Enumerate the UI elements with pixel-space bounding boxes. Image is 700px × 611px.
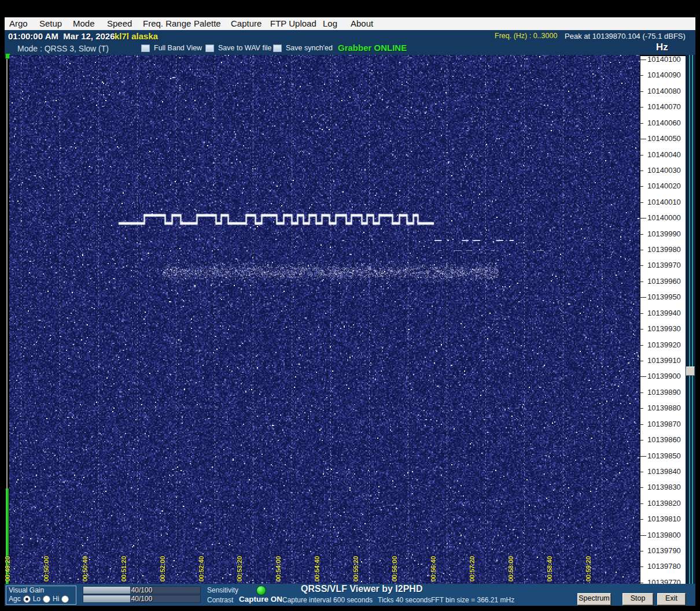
date: Mar 12, 2026: [63, 31, 115, 41]
freq-tick: [640, 218, 646, 219]
freq-scale-label: 10139830: [647, 483, 681, 492]
station-callsign: kl7l alaska: [115, 31, 158, 41]
freq-scale-label: 10139960: [647, 277, 681, 286]
time-axis-label: 00:57:20: [469, 556, 476, 582]
menu-item-about[interactable]: About: [351, 18, 373, 28]
time-axis-label: 00:54:40: [314, 556, 320, 582]
contrast-slider[interactable]: 40/100: [83, 595, 201, 603]
time-axis-label: 00:59:20: [585, 556, 592, 582]
freq-tick: [640, 345, 643, 346]
radio-label-lo: Lo: [33, 595, 40, 603]
menu-item-speed[interactable]: Speed: [107, 18, 132, 28]
menu-item-palette[interactable]: Palette: [194, 18, 221, 28]
freq-tick: [640, 408, 643, 409]
freq-scale-label: 10139810: [647, 514, 681, 524]
freq-tick: [640, 566, 643, 567]
sensitivity-label: Sensitivity: [207, 586, 238, 594]
checkbox-label: Save to WAV file: [218, 44, 271, 52]
freq-tick: [640, 392, 643, 393]
time-axis-label: 00:56:40: [430, 556, 437, 582]
freq-scale-label: 10139850: [647, 451, 681, 461]
freq-scale-label: 10140070: [647, 102, 681, 112]
capture-status: Capture ON: [239, 595, 282, 603]
freq-scale-label: 10139980: [647, 245, 681, 254]
capture-interval-label: Capture interval 600 seconds: [282, 596, 373, 604]
radio-label-agc: Agc: [9, 595, 21, 603]
freq-scale-label: 10139780: [647, 562, 681, 571]
freq-scale-label: 10139880: [647, 403, 681, 413]
freq-tick: [640, 282, 643, 282]
freq-scale-label: 10139800: [647, 531, 681, 540]
freq-scale-label: 10140020: [647, 182, 681, 191]
time-axis-label: 00:52:00: [159, 556, 166, 582]
mode-readout: Mode : QRSS 3, Slow (T): [17, 44, 109, 53]
freq-scale-label: 10139910: [647, 356, 681, 365]
fft-bin-label: FFT bin size = 366.21 mHz: [431, 596, 514, 604]
freq-range-readout: Freq. (Hz) : 0..3000: [495, 32, 557, 40]
freq-tick: [640, 583, 643, 583]
time-axis-label: 00:53:20: [236, 556, 243, 582]
freq-scale-label: 10139950: [647, 292, 681, 302]
menu-item-freq-range[interactable]: Freq. Range: [143, 18, 191, 28]
lo-radio[interactable]: [43, 595, 50, 603]
menu-item-log[interactable]: Log: [323, 18, 337, 28]
freq-tick: [640, 519, 643, 520]
time-axis-label: 00:58:00: [507, 556, 514, 582]
spectrogram-canvas: [9, 55, 640, 584]
header-bar: 01:00:00 AM Mar 12, 2026 kl7l alaska Fre…: [5, 30, 695, 55]
freq-scale-label: 10140030: [647, 166, 681, 175]
hi-radio[interactable]: [61, 595, 69, 603]
stop-button[interactable]: Stop: [622, 593, 653, 605]
time-axis-label: 00:54:00: [275, 556, 282, 582]
capture-led-icon: [256, 586, 266, 595]
radio-label-hi: Hi: [53, 595, 59, 603]
freq-tick: [640, 424, 643, 425]
menu-item-ftp-upload[interactable]: FTP Upload: [270, 18, 316, 28]
freq-scale-label: 10140060: [647, 119, 681, 128]
freq-slider-thumb[interactable]: [686, 366, 695, 376]
time-axis-label: 00:55:20: [352, 556, 359, 582]
time-axis-label: 00:52:40: [198, 556, 205, 582]
time-axis-label: 00:49:20: [4, 556, 11, 582]
frequency-scale: 1014010010140090101400801014007010140060…: [640, 56, 686, 584]
freq-tick: [640, 75, 643, 76]
app-title: QRSS/VLF Viewer by I2PHD: [301, 584, 422, 594]
freq-tick: [640, 186, 643, 187]
freq-tick: [640, 551, 643, 551]
menu-item-capture[interactable]: Capture: [231, 18, 261, 28]
visual-gain-label: Visual Gain: [9, 586, 44, 594]
freq-scale-label: 10140090: [647, 71, 681, 80]
grabber-status: Grabber ONLINE: [338, 43, 407, 53]
freq-tick: [640, 297, 646, 298]
freq-tick: [640, 107, 643, 108]
menu-item-mode[interactable]: Mode: [73, 18, 95, 28]
freq-tick: [640, 313, 643, 314]
freq-scale-label: 10140040: [647, 150, 681, 160]
sensitivity-slider[interactable]: 40/100: [83, 586, 201, 594]
freq-scale-label: 10139990: [647, 229, 681, 239]
spectrogram-waterfall: 00:49:2000:50:0000:50:4000:51:2000:52:00…: [9, 55, 640, 584]
freq-scale-label: 10139970: [647, 261, 681, 270]
hz-axis-label: Hz: [656, 42, 668, 53]
frequency-slider-rail: [686, 55, 695, 584]
menu-item-setup[interactable]: Setup: [39, 18, 62, 28]
checkbox-label: Save synch'ed: [286, 44, 333, 52]
checkbox-save-synch-ed[interactable]: [273, 45, 282, 52]
agc-radio[interactable]: [23, 595, 31, 603]
checkbox-save-to-wav-file[interactable]: [205, 45, 214, 52]
freq-tick: [640, 250, 643, 250]
time-axis-label: 00:51:20: [120, 556, 127, 582]
menu-item-argo[interactable]: Argo: [9, 18, 28, 28]
checkbox-label: Full Band View: [154, 44, 202, 52]
bottom-control-bar: Visual Gain Agc Lo Hi 40/100 40/100 Sens…: [5, 584, 695, 606]
freq-scale-label: 10140000: [647, 213, 681, 223]
exit-button[interactable]: Exit: [657, 593, 686, 605]
checkbox-full-band-view[interactable]: [141, 45, 150, 52]
clock-and-date: 01:00:00 AM Mar 12, 2026: [8, 31, 115, 41]
freq-tick: [640, 503, 643, 504]
freq-tick: [640, 440, 643, 440]
spectrum-button[interactable]: Spectrum: [577, 593, 611, 605]
freq-tick: [640, 91, 643, 92]
rail-line: [689, 55, 690, 584]
contrast-value: 40/100: [83, 595, 200, 603]
